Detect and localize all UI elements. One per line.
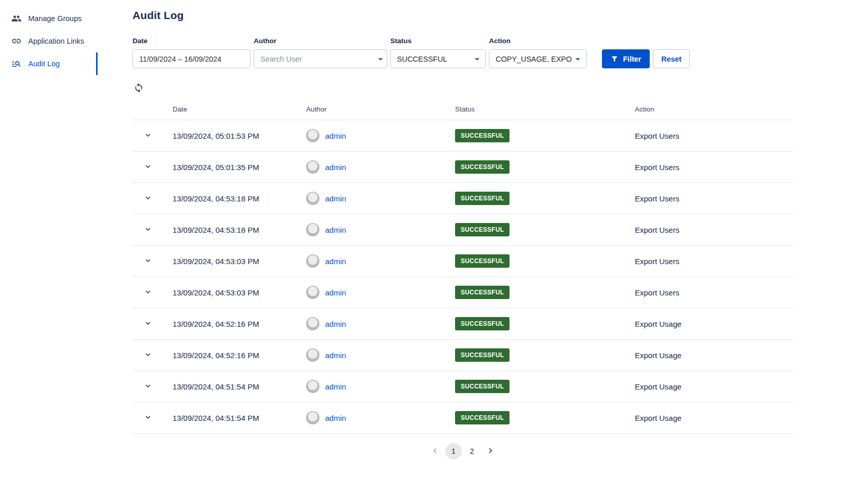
row-status-cell: SUCCESSFUL [455,152,635,183]
sidebar-item-audit-log[interactable]: Audit Log [0,52,98,75]
row-date: 13/09/2024, 05:01:35 PM [173,152,306,183]
author-link[interactable]: admin [325,132,346,140]
page-button-2[interactable]: 2 [464,443,480,459]
row-date: 13/09/2024, 04:53:18 PM [173,214,306,246]
row-action: Export Usage [635,402,793,434]
row-status-cell: SUCCESSFUL [455,340,635,371]
author-link[interactable]: admin [325,163,346,172]
row-author-cell: admin [306,277,455,308]
status-badge: SUCCESSFUL [455,129,510,142]
filter-button[interactable]: Filter [602,49,650,68]
row-expand-cell [133,340,173,371]
author-link[interactable]: admin [325,320,346,328]
row-expand-cell [133,246,173,277]
row-expand-cell [133,214,173,246]
author-search-input[interactable] [254,50,374,68]
row-author-cell: admin [306,246,455,277]
expand-row-button[interactable] [141,348,155,363]
sidebar-item-application-links[interactable]: Application Links [0,30,98,52]
row-author-cell: admin [306,402,455,434]
sidebar-item-manage-groups[interactable]: Manage Groups [0,7,98,30]
refresh-button[interactable] [133,82,145,94]
row-action: Export Users [635,120,793,152]
status-badge: SUCCESSFUL [455,254,510,268]
expand-row-button[interactable] [141,191,155,206]
date-filter-field: Date [133,37,251,68]
row-action: Export Users [635,183,793,214]
link-icon [11,36,22,46]
author-link[interactable]: admin [325,226,346,234]
status-badge: SUCCESSFUL [455,348,510,362]
sidebar-item-label: Audit Log [28,60,60,68]
date-range-input[interactable] [133,49,251,68]
row-status-cell: SUCCESSFUL [455,371,635,402]
expand-row-button[interactable] [141,411,155,425]
row-date: 13/09/2024, 04:52:16 PM [173,308,306,340]
row-expand-cell [133,277,173,308]
chevron-down-icon [143,193,153,204]
status-badge: SUCCESSFUL [455,380,510,393]
author-link[interactable]: admin [325,194,346,203]
row-status-cell: SUCCESSFUL [455,214,635,246]
page-button-1[interactable]: 1 [445,443,462,459]
table-row: 13/09/2024, 05:01:35 PM admin SUCCESSFUL… [133,152,793,183]
row-expand-cell [133,120,173,152]
funnel-icon [611,55,618,63]
expand-row-button[interactable] [141,379,155,394]
row-author-cell: admin [306,152,455,183]
filter-button-label: Filter [623,55,641,63]
table-body: 13/09/2024, 05:01:53 PM admin SUCCESSFUL… [133,120,793,434]
avatar [306,348,319,362]
chevron-down-icon [374,53,387,65]
avatar [306,411,319,424]
table-row: 13/09/2024, 04:53:18 PM admin SUCCESSFUL… [133,183,793,214]
pagination: 1 2 [133,443,793,459]
column-header-author: Author [306,97,455,120]
status-badge: SUCCESSFUL [455,160,510,174]
author-link[interactable]: admin [325,382,346,391]
people-icon [11,13,22,24]
status-select[interactable]: SUCCESSFUL [390,49,486,68]
expand-row-button[interactable] [141,222,155,237]
previous-page-button[interactable] [427,443,443,459]
author-link[interactable]: admin [325,414,346,422]
filter-actions: Filter Reset [602,49,690,68]
row-status-cell: SUCCESSFUL [455,402,635,434]
row-expand-cell [133,183,173,214]
table-row: 13/09/2024, 04:52:16 PM admin SUCCESSFUL… [133,340,793,371]
next-page-button[interactable] [482,443,499,459]
row-date: 13/09/2024, 04:51:54 PM [173,371,306,402]
audit-search-icon [11,59,22,69]
expand-row-button[interactable] [141,160,155,175]
chevron-left-icon [430,446,440,457]
row-status-cell: SUCCESSFUL [455,277,635,308]
row-date: 13/09/2024, 04:53:18 PM [173,183,306,214]
row-author-cell: admin [306,371,455,402]
expand-row-button[interactable] [141,128,155,143]
row-action: Export Users [635,152,793,183]
avatar [306,380,319,393]
expand-row-button[interactable] [141,254,155,269]
table-row: 13/09/2024, 05:01:53 PM admin SUCCESSFUL… [133,120,793,152]
row-author-cell: admin [306,308,455,340]
author-link[interactable]: admin [325,351,346,360]
reset-button[interactable]: Reset [653,49,690,68]
row-expand-cell [133,152,173,183]
chevron-down-icon [572,53,584,65]
author-link[interactable]: admin [325,257,346,266]
row-status-cell: SUCCESSFUL [455,308,635,340]
chevron-down-icon [143,287,153,298]
status-select-value: SUCCESSFUL [397,55,447,63]
chevron-down-icon [143,319,153,329]
row-status-cell: SUCCESSFUL [455,246,635,277]
action-select[interactable]: COPY_USAGE, EXPO [489,49,587,68]
avatar [306,254,319,268]
expand-row-button[interactable] [141,285,155,300]
row-date: 13/09/2024, 04:53:03 PM [173,246,306,277]
author-combobox[interactable] [254,49,387,68]
row-action: Export Users [635,246,793,277]
status-badge: SUCCESSFUL [455,317,510,330]
row-author-cell: admin [306,120,455,152]
author-link[interactable]: admin [325,288,346,297]
expand-row-button[interactable] [141,317,155,331]
